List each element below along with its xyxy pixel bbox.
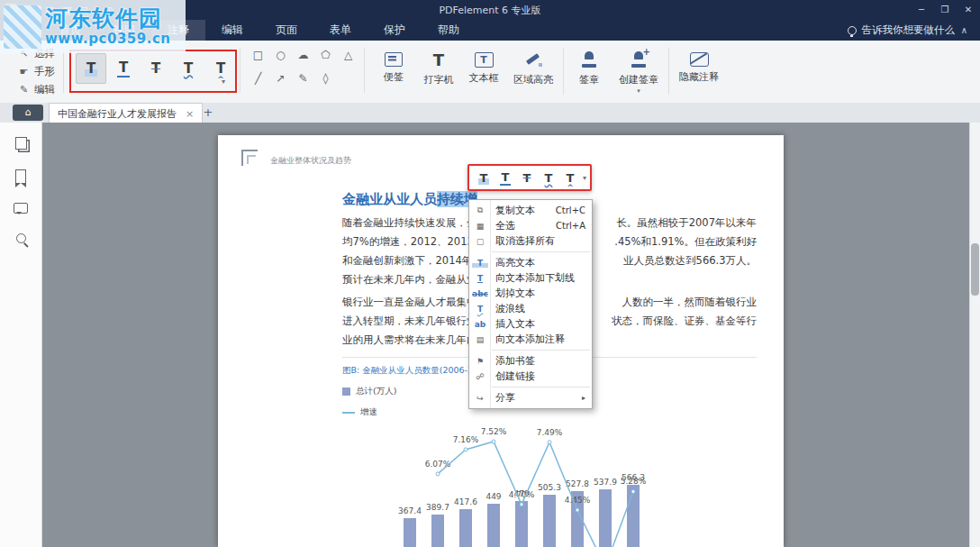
- hide-annotations-button[interactable]: 隐藏注释: [672, 44, 726, 98]
- left-sidebar: [0, 123, 42, 547]
- legend-item-growth: 增速: [342, 406, 377, 418]
- stamp-button[interactable]: 签章: [567, 44, 612, 98]
- polygon-tool-button[interactable]: ⬠: [314, 43, 337, 67]
- context-menu-item[interactable]: T高亮文本: [469, 255, 592, 270]
- area-highlight-button[interactable]: 区域高亮: [506, 44, 560, 98]
- create-stamp-button[interactable]: +创建签章▾: [612, 44, 666, 98]
- thumbnails-panel-button[interactable]: [15, 137, 27, 150]
- underline-tool-button[interactable]: T: [495, 168, 516, 187]
- maximize-button[interactable]: ❐: [933, 0, 957, 20]
- menu-item-label: 复制文本: [495, 204, 535, 217]
- menu-item-shortcut: Ctrl+A: [556, 221, 585, 231]
- application-window: ✉ ▣ ⊟ ◷ ▾ PDFelement 6 专业版 ─ ❐ ✕ 首页视图注释编…: [0, 0, 980, 547]
- underline-tool-button[interactable]: T: [108, 53, 139, 84]
- watermark-logo: [4, 5, 41, 49]
- hide-annotations-label: 隐藏注释: [679, 70, 719, 84]
- legend-label-growth: 增速: [360, 406, 377, 418]
- strikethrough-tool-button[interactable]: T: [141, 53, 171, 84]
- typewriter-label: 打字机: [424, 73, 454, 87]
- hand-tool-button[interactable]: ☛手形: [18, 62, 55, 80]
- menu-separator: [492, 251, 590, 252]
- context-menu-item[interactable]: abc划掉文本: [469, 286, 592, 301]
- bookmark-icon: ⚑: [472, 357, 488, 366]
- bookmarks-panel-button[interactable]: [15, 169, 26, 183]
- menu-tab[interactable]: 页面: [259, 20, 313, 41]
- create-stamp-icon: +: [630, 50, 648, 69]
- typewriter-button[interactable]: T打字机: [416, 44, 461, 98]
- strikeout-icon: abc: [472, 289, 488, 298]
- document-tab[interactable]: 中国金融行业人才发展报告 ×: [49, 103, 203, 123]
- context-menu-item[interactable]: ⚑添加书签: [469, 353, 592, 369]
- toolbar-dropdown-icon[interactable]: ▾: [583, 174, 586, 182]
- textbox-label: 文本框: [469, 71, 499, 85]
- menu-tab[interactable]: 保护: [368, 20, 422, 41]
- link-icon: ☍: [472, 372, 488, 381]
- context-menu-item[interactable]: ☍创建链接: [469, 369, 592, 384]
- strikethrough-tool-button[interactable]: T: [516, 168, 538, 187]
- watermark-url: www.pc0359.cn: [45, 31, 170, 47]
- cloud-tool-button[interactable]: ☁: [292, 43, 314, 67]
- area-highlight-label: 区域高亮: [513, 73, 553, 87]
- note-label: 便签: [384, 70, 404, 84]
- line-tool-button[interactable]: ╱: [247, 67, 269, 90]
- triangle-tool-button[interactable]: △: [337, 43, 359, 67]
- comments-panel-button[interactable]: [14, 203, 28, 214]
- context-menu-item[interactable]: ab插入文本: [469, 316, 592, 332]
- copy-icon: ⧉: [472, 205, 488, 215]
- context-menu-item[interactable]: ↪分享▸: [469, 390, 592, 406]
- search-button[interactable]: [16, 233, 26, 243]
- menu-tab[interactable]: 帮助: [422, 20, 476, 41]
- collapse-ribbon-button[interactable]: ∧: [961, 20, 967, 41]
- context-menu-item[interactable]: ▤向文本添加注释: [469, 332, 592, 347]
- caret-tool-button[interactable]: T: [559, 168, 581, 187]
- document-tab-bar: ⌂ 中国金融行业人才发展报告 × +: [0, 103, 980, 123]
- menu-separator: [492, 387, 590, 387]
- help-hint-label: 告诉我你想要做什么: [862, 23, 956, 37]
- text-fragment-left: 随着金融业持续快速发展，金融: [342, 216, 487, 235]
- menu-item-label: 创建链接: [495, 369, 535, 383]
- menu-item-label: 分享: [495, 391, 515, 405]
- minimize-button[interactable]: ─: [910, 0, 933, 20]
- legend-label-total: 总计(万人): [356, 386, 396, 397]
- highlight-tool-button[interactable]: T: [76, 53, 106, 84]
- menu-separator: [492, 350, 590, 351]
- heading-text: 金融业从业人员: [342, 191, 437, 207]
- text-tools-dropdown-icon[interactable]: ▾: [222, 77, 225, 86]
- eraser-tool-button[interactable]: ◊: [314, 67, 337, 90]
- squiggly-tool-button[interactable]: T: [538, 168, 559, 187]
- menu-item-label: 高亮文本: [495, 256, 535, 269]
- close-button[interactable]: ✕: [957, 0, 980, 20]
- highlight-icon: T: [472, 259, 488, 268]
- pencil-tool-button[interactable]: ✎: [292, 67, 314, 90]
- highlight-tool-button[interactable]: T: [473, 168, 495, 187]
- rectangle-tool-button[interactable]: □: [247, 43, 269, 67]
- chart: 367.4389.76.07%417.67.16%4497.52%4704.70…: [398, 413, 677, 547]
- close-tab-icon[interactable]: ×: [186, 108, 194, 120]
- report-corner-mark: [241, 150, 258, 166]
- highlight-icon: T: [478, 171, 490, 185]
- context-menu-item[interactable]: ⧉复制文本Ctrl+C: [469, 203, 592, 218]
- squiggly-tool-button[interactable]: T: [173, 53, 204, 84]
- select-all-icon: ▦: [472, 222, 488, 231]
- context-menu-item[interactable]: T波浪线: [469, 301, 592, 316]
- context-menu-item[interactable]: ▦全选Ctrl+A: [469, 218, 592, 233]
- menu-tab[interactable]: 表单: [313, 20, 368, 41]
- context-menu-item[interactable]: T向文本添加下划线: [469, 270, 592, 286]
- context-menu-item[interactable]: ▢取消选择所有: [469, 233, 592, 249]
- new-tab-button[interactable]: +: [200, 105, 216, 121]
- deselect-icon: ▢: [472, 237, 488, 246]
- edit-tool-button[interactable]: ✎编辑: [18, 80, 55, 98]
- menu-item-label: 添加书签: [495, 354, 535, 368]
- help-hint[interactable]: 告诉我你想要做什么: [848, 23, 956, 37]
- scrollbar-thumb[interactable]: [971, 243, 979, 296]
- note-button[interactable]: 便签: [371, 44, 416, 98]
- vertical-scrollbar[interactable]: [969, 123, 980, 547]
- caret-tool-button[interactable]: T: [205, 53, 236, 84]
- ellipse-tool-button[interactable]: ○: [269, 43, 292, 67]
- arrow-tool-button[interactable]: ↗: [269, 67, 292, 90]
- strikethrough-icon: T: [150, 61, 162, 77]
- textbox-button[interactable]: T文本框: [461, 44, 506, 98]
- text-fragment-right: 人数的一半，然而随着银行业: [622, 296, 758, 315]
- home-button[interactable]: ⌂: [13, 105, 43, 121]
- menu-tab[interactable]: 编辑: [205, 20, 259, 41]
